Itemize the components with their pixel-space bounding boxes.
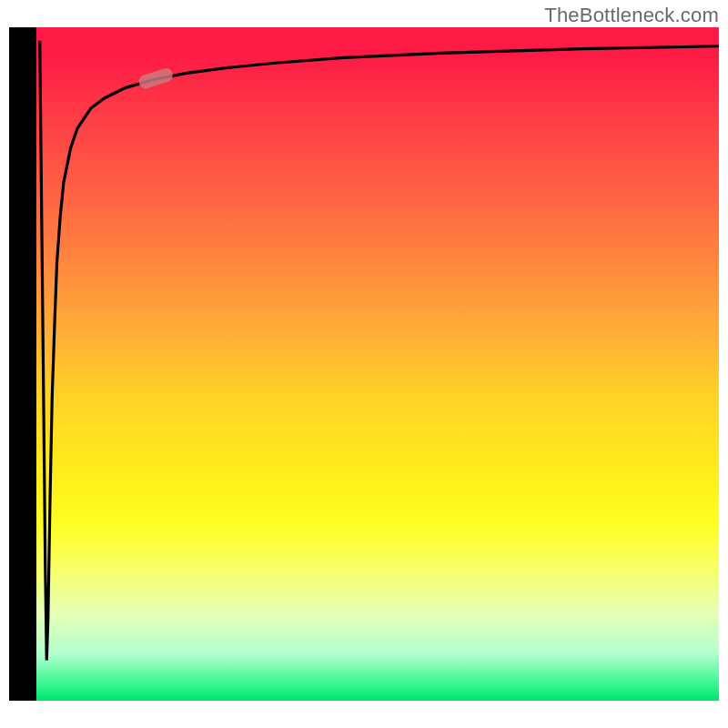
curve-path (40, 41, 719, 661)
plot-area (36, 27, 719, 701)
attribution-label: TheBottleneck.com (544, 4, 719, 27)
series-marker (137, 66, 175, 90)
chart-canvas: TheBottleneck.com (0, 0, 728, 728)
curve-svg (36, 27, 719, 701)
y-axis (9, 27, 36, 701)
